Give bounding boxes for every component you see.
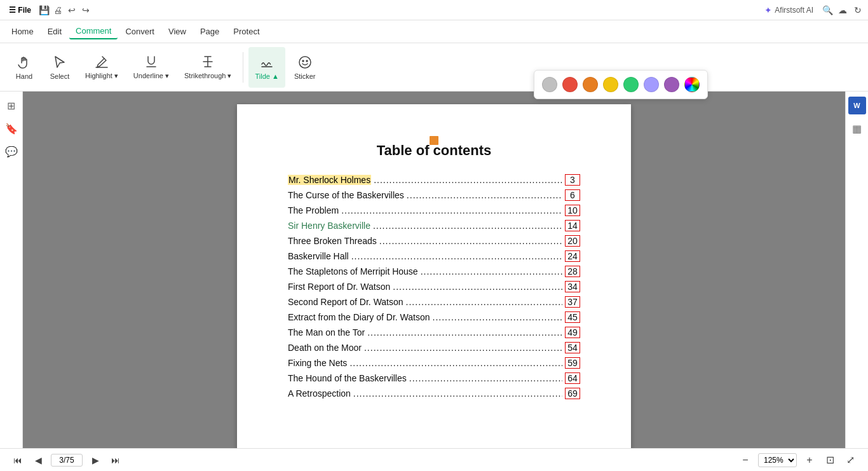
- page-input[interactable]: [51, 454, 83, 467]
- toc-entry: Baskerville Hall .......................…: [288, 250, 580, 262]
- title-bar-left: ☰ File 💾 🖨 ↩ ↪: [5, 4, 91, 16]
- toc-entry-title: Fixing the Nets: [288, 358, 347, 368]
- toc-entry: Second Report of Dr. Watson ............…: [288, 296, 580, 308]
- menu-bar: Home Edit Comment Convert View Page Prot…: [0, 20, 868, 43]
- toc-entry-dots: ........................................…: [341, 205, 562, 215]
- sticker-tool-button[interactable]: Sticker: [288, 47, 322, 88]
- menu-edit[interactable]: Edit: [41, 24, 68, 39]
- toc-entry-page: 14: [565, 220, 580, 231]
- right-sidebar: W ▦: [845, 92, 868, 448]
- first-page-button[interactable]: ⏮: [10, 453, 25, 468]
- menu-view[interactable]: View: [162, 24, 193, 39]
- zoom-in-button[interactable]: +: [802, 453, 817, 468]
- menu-comment[interactable]: Comment: [69, 24, 118, 39]
- toc-entry-dots: ........................................…: [406, 297, 562, 307]
- file-menu[interactable]: ☰ File: [5, 4, 35, 16]
- toc-entry-dots: ........................................…: [407, 190, 562, 200]
- toc-entry-page: 34: [565, 281, 580, 292]
- hand-tool-button[interactable]: Hand: [8, 47, 41, 88]
- toc-entry: Sir Henry Baskerville ..................…: [288, 220, 580, 231]
- toc-entry-title: Baskerville Hall: [288, 251, 349, 261]
- toc-entry-title: The Curse of the Baskervilles: [288, 190, 404, 200]
- toc-entry-page: 59: [565, 357, 580, 369]
- color-red[interactable]: [562, 77, 578, 92]
- toc-entry-title: The Hound of the Baskervilles: [288, 373, 407, 383]
- ai-star-icon: ✦: [764, 5, 772, 15]
- next-page-button[interactable]: ▶: [88, 453, 103, 468]
- toc-entry-title: Death on the Moor: [288, 343, 362, 353]
- search-icon[interactable]: 🔍: [822, 5, 832, 15]
- sidebar-bookmark-icon[interactable]: 🔖: [3, 119, 20, 137]
- toc-entry-title: A Retrospection: [288, 388, 351, 399]
- color-orange[interactable]: [583, 77, 598, 92]
- menu-home[interactable]: Home: [5, 24, 40, 39]
- color-purple[interactable]: [664, 77, 679, 92]
- last-page-button[interactable]: ⏭: [108, 453, 123, 468]
- color-yellow[interactable]: [603, 77, 618, 92]
- ai-badge[interactable]: ✦ Afirstsoft AI: [761, 4, 817, 17]
- toc-entry-page: 28: [565, 266, 580, 277]
- fit-page-button[interactable]: ⊡: [822, 453, 837, 468]
- underline-tool-button[interactable]: Underline ▾: [127, 47, 175, 88]
- zoom-select[interactable]: 50% 75% 100% 125% 150% 200%: [758, 453, 797, 467]
- prev-page-button[interactable]: ◀: [31, 453, 46, 468]
- strikethrough-tool-button[interactable]: Strikethrough ▾: [178, 47, 238, 88]
- color-purple-light[interactable]: [644, 77, 659, 92]
- toc-entry-title: The Stapletons of Merripit House: [288, 266, 418, 276]
- toc-entry: The Stapletons of Merripit House .......…: [288, 266, 580, 277]
- toc-entry: The Hound of the Baskervilles ..........…: [288, 372, 580, 384]
- svg-point-2: [306, 60, 308, 62]
- toc-entry-dots: ........................................…: [367, 327, 562, 338]
- underline-label: Underline ▾: [133, 72, 169, 80]
- tilde-tool-button[interactable]: Tilde ▲: [248, 47, 285, 88]
- color-picker-popup: [534, 70, 708, 99]
- toc-entry: The Problem ............................…: [288, 205, 580, 216]
- toc-entry-dots: ........................................…: [349, 358, 562, 368]
- toc-entry-page: 37: [565, 296, 580, 308]
- sidebar-thumbnail-icon[interactable]: ⊞: [3, 97, 20, 114]
- zoom-out-button[interactable]: −: [738, 453, 753, 468]
- sync-icon[interactable]: ↻: [853, 5, 863, 15]
- word-icon[interactable]: W: [848, 97, 866, 114]
- toc-entry-page: 6: [565, 189, 580, 201]
- toc-entry-title: First Report of Dr. Watson: [288, 282, 390, 292]
- toc-entry-title: The Problem: [288, 205, 339, 215]
- redo-icon[interactable]: ↪: [81, 5, 91, 15]
- toolbar: Hand Select Highlight ▾ Underline ▾ Stri…: [0, 43, 868, 92]
- svg-point-1: [302, 60, 304, 62]
- toc-entry-page: 45: [565, 311, 580, 323]
- color-green[interactable]: [623, 77, 639, 92]
- menu-convert[interactable]: Convert: [119, 24, 161, 39]
- svg-point-0: [299, 57, 311, 68]
- save-icon[interactable]: 💾: [39, 5, 49, 15]
- toc-entry-dots: ........................................…: [421, 266, 562, 276]
- color-gray[interactable]: [542, 77, 557, 92]
- right-panel-icon[interactable]: ▦: [848, 119, 866, 137]
- toc-entry-page: 24: [565, 250, 580, 262]
- menu-protect[interactable]: Protect: [227, 24, 266, 39]
- color-multicolor[interactable]: [684, 77, 700, 92]
- menu-page[interactable]: Page: [194, 24, 226, 39]
- pdf-area[interactable]: Table of contents Mr. Sherlock Holmes ..…: [23, 92, 845, 448]
- fullscreen-button[interactable]: ⤢: [843, 453, 858, 468]
- undo-icon[interactable]: ↩: [67, 5, 77, 15]
- pdf-page: Table of contents Mr. Sherlock Holmes ..…: [237, 104, 631, 448]
- select-tool-button[interactable]: Select: [43, 47, 76, 88]
- left-sidebar: ⊞ 🔖 💬: [0, 92, 23, 448]
- toc-entry-page: 10: [565, 205, 580, 216]
- toc-entry: Mr. Sherlock Holmes ....................…: [288, 174, 580, 186]
- toc-entry: Fixing the Nets ........................…: [288, 357, 580, 369]
- sidebar-comment-icon[interactable]: 💬: [3, 142, 20, 160]
- bottom-bar: ⏮ ◀ ▶ ⏭ − 50% 75% 100% 125% 150% 200% + …: [0, 448, 868, 471]
- title-bar-right: ✦ Afirstsoft AI 🔍 ☁ ↻: [761, 4, 863, 17]
- toc-entry-title: Sir Henry Baskerville: [288, 221, 370, 231]
- sticker-label: Sticker: [294, 72, 316, 80]
- toc-entry: Extract from the Diary of Dr. Watson ...…: [288, 311, 580, 323]
- toc-entry-dots: ........................................…: [379, 236, 562, 246]
- highlight-tool-button[interactable]: Highlight ▾: [79, 47, 125, 88]
- toc-entry-dots: ........................................…: [393, 282, 562, 292]
- toc-entry-dots: ........................................…: [353, 388, 562, 399]
- print-icon[interactable]: 🖨: [53, 5, 63, 15]
- toc-entry-dots: ........................................…: [374, 175, 562, 185]
- cloud-icon[interactable]: ☁: [837, 5, 848, 15]
